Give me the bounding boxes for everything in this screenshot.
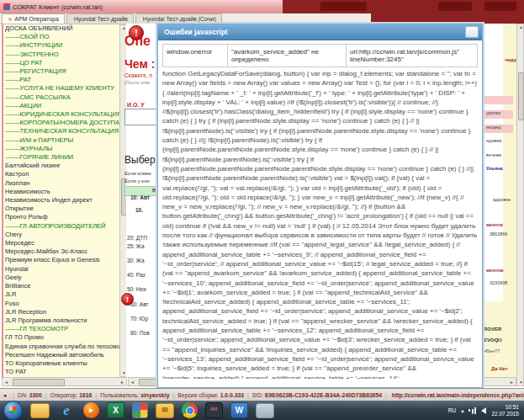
start-button-icon[interactable] bbox=[3, 401, 23, 420]
sidebar-horizontal-scrollbar[interactable]: ◄ ► bbox=[2, 377, 127, 386]
sidebar-item[interactable]: -------И/М и ПАРТНЕРЫ bbox=[3, 136, 121, 145]
sidebar-item[interactable]: -------ЭКСТРЕННО bbox=[3, 51, 121, 59]
language-indicator[interactable]: RU bbox=[448, 407, 456, 413]
page-fragment-text: 45ее77 bbox=[484, 348, 500, 354]
sidebar-item[interactable]: -------СБОЙ ПО bbox=[3, 33, 121, 41]
outlook-icon[interactable]: ✉ bbox=[156, 403, 174, 418]
window-titlebar[interactable]: СОКРАТ Клиент (ccrwin.rat.lan) bbox=[0, 0, 283, 14]
page-fragment-text: Чем : bbox=[124, 57, 155, 71]
page-input-field[interactable] bbox=[124, 109, 159, 125]
scroll-right-icon[interactable]: ► bbox=[120, 380, 124, 385]
page-fragment-text: 10. bbox=[135, 207, 143, 213]
app-grid-icon[interactable] bbox=[132, 402, 148, 418]
sidebar-item[interactable]: -------ГЛ ТЕХОСМОТР bbox=[3, 325, 121, 333]
error-dialog: Ошибки javascript window.onerror "avarko… bbox=[157, 24, 483, 388]
sidebar-item[interactable]: Премиум класс Equus и Genesis bbox=[3, 256, 121, 264]
page-fragment: 10: Авт bbox=[130, 194, 150, 200]
sidebar-item[interactable]: Ресепшен Надежный автомобиль bbox=[3, 351, 121, 359]
sidebar-item[interactable]: Единая справочная служба по техосмотру bbox=[3, 343, 121, 351]
volume-icon[interactable] bbox=[481, 407, 486, 414]
sidebar-item[interactable]: Открытие bbox=[3, 205, 121, 213]
sidebar-item[interactable]: Балтийский лизинг bbox=[3, 162, 121, 170]
chrome-icon[interactable] bbox=[182, 402, 198, 418]
page-fragment-text: урочки bbox=[486, 110, 500, 115]
sidebar-item[interactable]: Geely bbox=[3, 274, 121, 282]
scroll-left-icon[interactable]: ◄ bbox=[130, 380, 135, 385]
sidebar-item[interactable]: Fuso bbox=[3, 300, 121, 308]
clock[interactable]: 10:51 22.07.2015 bbox=[491, 404, 519, 417]
page-fragment: Да Нет bbox=[491, 366, 508, 371]
error-dialog-titlebar[interactable]: Ошибки javascript bbox=[158, 24, 482, 40]
taskbar-icons: e ▸ X ✉ РАТ W bbox=[3, 401, 274, 420]
sidebar-item[interactable]: -------ЮРИДИЧЕСКАЯ КОНСУЛЬТАЦИЯ bbox=[3, 110, 121, 119]
sidebar-item[interactable]: -------ТЕХНИЧЕСКАЯ КОНСУЛЬТАЦИЯ bbox=[3, 127, 121, 136]
sidebar-item[interactable]: Brilliance bbox=[3, 282, 121, 290]
sidebar-item[interactable]: Пронто Рольф bbox=[3, 213, 121, 221]
sidebar-item[interactable]: JLR Программа лояльности bbox=[3, 316, 121, 325]
scroll-left-icon[interactable]: ◄ bbox=[4, 380, 8, 385]
sidebar-item[interactable]: JLR bbox=[3, 290, 121, 299]
scroll-down-icon[interactable]: ▼ bbox=[519, 380, 523, 385]
alert-icon: ! bbox=[121, 293, 134, 306]
sidebar-item[interactable]: Лизплан bbox=[3, 179, 121, 188]
close-button[interactable] bbox=[465, 26, 479, 38]
tray-expand-icon[interactable]: ▴ bbox=[461, 407, 463, 414]
scroll-right-icon[interactable]: ► bbox=[510, 380, 514, 385]
sidebar-item-label: -------РАТ bbox=[5, 76, 31, 83]
excel-icon[interactable]: X bbox=[107, 402, 124, 418]
page-fragment-text: 80: Пов bbox=[130, 330, 150, 336]
sidebar-item[interactable]: Мерседес bbox=[3, 239, 121, 247]
word-icon[interactable]: W bbox=[230, 402, 248, 418]
status-value: 1.0.0.333 bbox=[220, 392, 244, 398]
network-icon[interactable] bbox=[468, 407, 476, 414]
status-separator: | bbox=[173, 392, 175, 398]
tab[interactable]: Hyundai Тест-драйв bbox=[66, 13, 134, 24]
sidebar-item-label: Пронто Рольф bbox=[5, 213, 48, 221]
media-player-icon[interactable]: ▸ bbox=[83, 402, 99, 418]
icon-emblem bbox=[186, 407, 194, 415]
tab[interactable]: ★ АРМ Оператора bbox=[2, 13, 65, 24]
page-fragment: (После отве bbox=[124, 80, 151, 85]
sidebar-item[interactable]: -------ГЛ АВТОПРОИЗВОДИТЕЛЕЙ bbox=[3, 222, 121, 231]
page-fragment-text: 20: ДТП bbox=[127, 235, 147, 241]
sidebar-item[interactable]: ГЛ ТО Промо bbox=[3, 333, 121, 342]
scroll-up-icon[interactable]: ▲ bbox=[519, 25, 523, 29]
status-separator: | bbox=[95, 392, 97, 398]
sidebar-item[interactable]: Независимость Индеп директ bbox=[3, 196, 121, 205]
rat-app-icon[interactable]: РАТ bbox=[205, 402, 223, 418]
sidebar-item[interactable]: -------ГОРЯЧИЕ ЛИНИИ bbox=[3, 153, 121, 162]
sidebar-item[interactable]: Hyundai bbox=[3, 265, 121, 274]
sidebar-item[interactable]: -------РАТ bbox=[3, 76, 121, 84]
sidebar-item[interactable]: -------РЕГИСТРАЦИЯ bbox=[3, 67, 121, 76]
sidebar-item[interactable]: ТО РАТ bbox=[3, 368, 121, 376]
status-segment: | Версия сборки: 1.0.0.333 bbox=[170, 392, 245, 398]
page-vertical-scrollbar[interactable]: ▲ ▼ bbox=[516, 24, 524, 386]
folder-icon[interactable] bbox=[30, 403, 50, 418]
sidebar-item[interactable]: -------СМС РАССЫЛКА bbox=[3, 93, 121, 102]
sidebar-item[interactable]: -------КОРПОРАТЫ/НОМЕРА ДОСТУПА bbox=[3, 119, 121, 127]
page-fragment: 10. bbox=[135, 207, 143, 213]
sidebar-item[interactable]: -------АКЦИИ bbox=[3, 102, 121, 110]
sidebar-item[interactable]: -------ИНСТРУКЦИИ bbox=[3, 41, 121, 50]
icon-glyph: W bbox=[236, 407, 243, 415]
sidebar-item[interactable]: JLR Reception bbox=[3, 308, 121, 316]
internet-explorer-icon[interactable]: e bbox=[57, 402, 76, 418]
sidebar-item[interactable]: -------ЖУРНАЛЫ bbox=[3, 145, 121, 153]
sidebar-item[interactable]: Независимость bbox=[3, 188, 121, 196]
sidebar-item[interactable]: Кастрол bbox=[3, 170, 121, 178]
scrollbar-thumb[interactable] bbox=[518, 72, 524, 120]
error-code-dump[interactable]: function GetLegacyDataForSave(dialog, bu… bbox=[162, 69, 478, 379]
sidebar-item[interactable]: ТО Корпоративные клиенты bbox=[3, 359, 121, 368]
status-value: sinyavskiy bbox=[140, 392, 169, 398]
sidebar-item[interactable]: Мерседес-Майбах Эс-Класс bbox=[3, 247, 121, 256]
page-fragment-text: адровне bbox=[493, 197, 511, 202]
sidebar-item[interactable]: -------УСЛУГА НЕ НАШЕМУ КЛИЕНТУ bbox=[3, 84, 121, 93]
sidebar-item[interactable]: Chery bbox=[3, 231, 121, 239]
page-fragment-text: 25: Жа bbox=[127, 243, 145, 249]
sidebar-item[interactable]: -------ЦО РАТ bbox=[3, 59, 121, 67]
explorer-window-icon[interactable] bbox=[256, 403, 274, 418]
tab[interactable]: Hyundai Тест-драйв (Сочи) bbox=[135, 13, 222, 24]
sidebar-item[interactable]: ДОСКА ОБЪЯВЛЕНИЙ bbox=[3, 24, 121, 33]
scrollbar-thumb[interactable] bbox=[13, 379, 65, 386]
tab-label: АРМ Оператора bbox=[14, 16, 59, 22]
